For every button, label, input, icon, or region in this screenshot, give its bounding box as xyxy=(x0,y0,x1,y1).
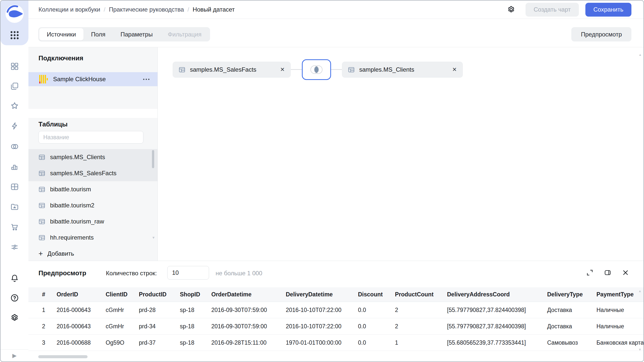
left-rail: ▶ xyxy=(1,1,28,361)
table-cell: 0.0 xyxy=(358,339,395,346)
nav-collections-icon[interactable] xyxy=(10,62,19,71)
preview-header-actions xyxy=(586,269,629,277)
column-header: ClientID xyxy=(106,291,139,298)
create-chart-button[interactable]: Создать чарт xyxy=(526,3,579,17)
table-cell: 0.0 xyxy=(358,323,395,330)
tab-filtering[interactable]: Фильтрация xyxy=(160,28,209,40)
table-cell: Самовывоз xyxy=(547,339,596,346)
preview-panel: Предпросмотр Количество строк: не больше… xyxy=(28,261,643,361)
split-view-icon[interactable] xyxy=(604,269,612,277)
join-canvas[interactable]: samples.MS_SalesFacts ✕ samples.MS_Clien… xyxy=(158,47,643,261)
table-list-item[interactable]: hh.requirements xyxy=(28,230,157,246)
table-icon xyxy=(179,66,185,73)
breadcrumb-guides[interactable]: Практические руководства xyxy=(109,6,184,13)
nav-charts-icon[interactable] xyxy=(10,162,19,171)
connections-title: Подключения xyxy=(38,54,83,62)
app-window: ▶ Коллекции и воркбуки / Практические ру… xyxy=(0,0,644,362)
table-icon xyxy=(38,154,45,161)
table-name: samples.MS_SalesFacts xyxy=(50,170,116,177)
maximize-preview-icon[interactable] xyxy=(586,269,594,277)
nav-gallery-icon[interactable] xyxy=(10,202,19,211)
datalens-logo-icon[interactable] xyxy=(5,4,24,24)
column-header: OrderID xyxy=(57,291,106,298)
preview-scroll-up-icon[interactable]: ▲ xyxy=(638,289,641,293)
nav-marketplace-icon[interactable] xyxy=(10,222,19,232)
table-icon xyxy=(38,218,45,225)
table-cell: 3 xyxy=(42,339,57,346)
table-cell: Доставка xyxy=(547,323,596,330)
preview-header: Предпросмотр Количество строк: не больше… xyxy=(28,261,643,287)
close-preview-icon[interactable] xyxy=(622,269,629,277)
tables-title: Таблицы xyxy=(38,120,68,128)
preview-table: #OrderIDClientIDProductIDShopIDOrderDate… xyxy=(28,287,643,351)
source-node-clients[interactable]: samples.MS_Clients ✕ xyxy=(342,62,463,78)
preview-toggle-button[interactable]: Предпросмотр xyxy=(571,27,631,41)
remove-source-icon[interactable]: ✕ xyxy=(275,66,285,73)
table-cell: Og59O xyxy=(106,339,139,346)
tables-scroll-down-icon[interactable]: ▼ xyxy=(152,236,155,240)
connection-more-icon[interactable] xyxy=(143,77,150,81)
notifications-bell-icon[interactable] xyxy=(10,274,19,283)
breadcrumb-current-dataset: Новый датасет xyxy=(193,6,235,13)
dataset-tabs: Источники Поля Параметры Фильтрация xyxy=(38,27,210,41)
apps-menu-icon[interactable] xyxy=(9,30,20,40)
preview-hscroll-thumb[interactable] xyxy=(38,355,88,358)
canvas-scroll-up-icon[interactable]: ▲ xyxy=(638,53,642,57)
expand-rail-icon[interactable]: ▶ xyxy=(1,350,28,361)
save-button[interactable]: Сохранить xyxy=(585,3,631,17)
join-edge xyxy=(331,69,342,70)
help-icon[interactable] xyxy=(10,293,19,302)
connection-item-sample-clickhouse[interactable]: Sample ClickHouse xyxy=(28,72,157,86)
nav-connections-icon[interactable] xyxy=(10,121,19,130)
column-header: ProductCount xyxy=(395,291,447,298)
connections-section: Подключения Sample ClickHouse xyxy=(28,47,157,109)
table-row: 12016-000643cGmHrprd-28sp-182016-09-30T0… xyxy=(28,302,643,318)
nav-services-icon[interactable] xyxy=(10,243,19,252)
table-list-item[interactable]: samples.MS_Clients xyxy=(28,149,157,165)
column-header: ProductID xyxy=(139,291,180,298)
table-cell: cGmHr xyxy=(106,323,139,330)
tab-fields[interactable]: Поля xyxy=(84,28,113,40)
nav-favorites-icon[interactable] xyxy=(10,101,19,110)
table-list-item[interactable]: bibattle.tourism_raw xyxy=(28,213,157,230)
nav-datasets-icon[interactable] xyxy=(10,142,19,151)
breadcrumb: Коллекции и воркбуки / Практические руко… xyxy=(38,6,235,13)
table-list-item[interactable]: bibattle.tourism2 xyxy=(28,197,157,213)
table-cell: 2 xyxy=(395,307,447,313)
dataset-settings-gear-icon[interactable] xyxy=(507,5,515,14)
table-cell: 2016-09-28T15:11:00 xyxy=(211,339,286,346)
table-icon xyxy=(38,234,45,241)
row-count-hint: не больше 1 000 xyxy=(216,270,262,277)
row-count-input[interactable] xyxy=(167,266,209,280)
add-table-label: Добавить xyxy=(48,250,74,257)
tables-scrollbar-thumb[interactable] xyxy=(152,150,154,168)
breadcrumb-collections[interactable]: Коллекции и воркбуки xyxy=(38,6,100,13)
sources-workarea: Подключения Sample ClickHouse xyxy=(28,47,643,261)
nav-dashboards-icon[interactable] xyxy=(10,182,19,191)
preview-title: Предпросмотр xyxy=(38,269,86,277)
tab-parameters[interactable]: Параметры xyxy=(113,28,160,40)
table-search-input[interactable] xyxy=(38,131,143,144)
table-cell: prd-34 xyxy=(139,323,180,330)
column-header: OrderDatetime xyxy=(211,291,286,298)
remove-source-icon[interactable]: ✕ xyxy=(447,66,457,73)
table-name: bibattle.tourism xyxy=(50,186,91,193)
join-type-button[interactable] xyxy=(302,59,331,80)
table-icon xyxy=(38,186,45,193)
table-cell: 1970-01-01T00:00:00 xyxy=(286,339,358,346)
table-icon xyxy=(38,170,45,177)
panel-gap xyxy=(28,109,157,118)
nav-workbooks-icon[interactable] xyxy=(10,82,19,91)
source-node-salesfacts[interactable]: samples.MS_SalesFacts ✕ xyxy=(173,62,291,78)
table-cell: Наличные xyxy=(596,323,643,330)
table-list-item[interactable]: bibattle.tourism xyxy=(28,181,157,197)
table-cell: prd-37 xyxy=(139,339,180,346)
rail-top-section xyxy=(1,1,28,45)
preview-scroll-down-icon[interactable]: ▼ xyxy=(638,348,641,351)
table-list-item[interactable]: samples.MS_SalesFacts xyxy=(28,165,157,181)
settings-gear-icon[interactable] xyxy=(10,313,19,322)
preview-table-header: #OrderIDClientIDProductIDShopIDOrderDate… xyxy=(28,287,643,302)
table-name: samples.MS_Clients xyxy=(50,154,105,161)
add-table-button[interactable]: + Добавить xyxy=(38,248,74,260)
tab-sources[interactable]: Источники xyxy=(39,28,84,40)
